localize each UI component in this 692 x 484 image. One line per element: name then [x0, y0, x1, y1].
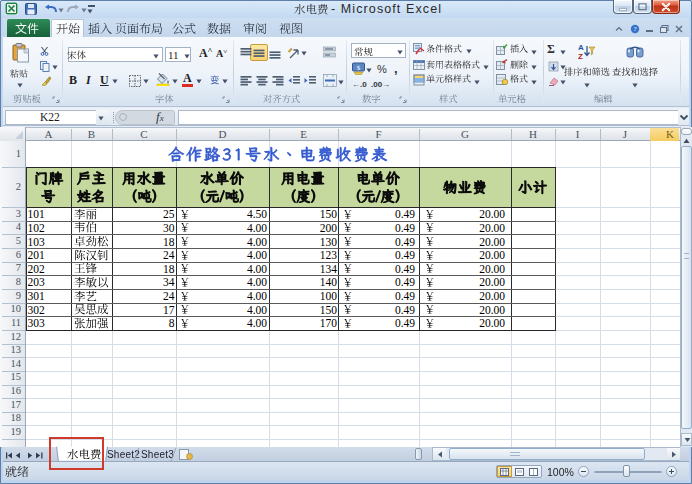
svg-text:Z: Z: [578, 52, 583, 60]
svg-text:?: ?: [633, 25, 636, 33]
svg-text:$: $: [357, 64, 361, 72]
svg-text:A: A: [578, 43, 584, 52]
